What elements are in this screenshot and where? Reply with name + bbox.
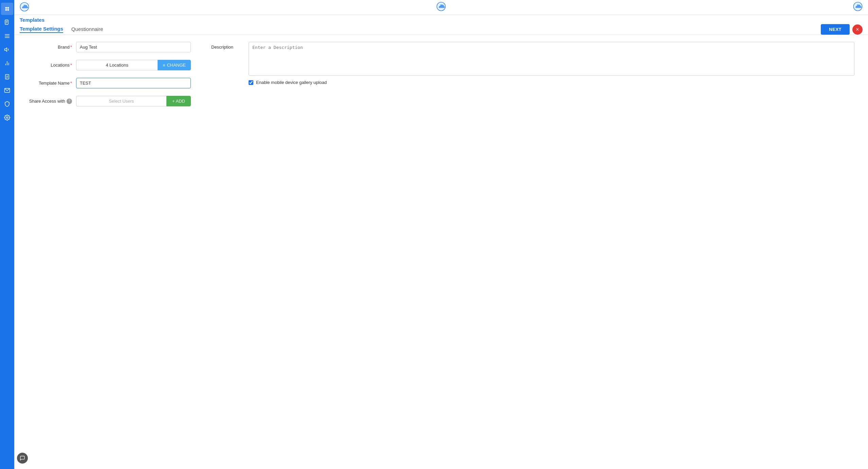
page-title: Templates — [20, 17, 863, 23]
locations-required-star: * — [70, 63, 72, 68]
template-name-control — [76, 78, 191, 88]
share-group: Select Users + ADD — [76, 96, 191, 106]
topbar — [14, 0, 868, 15]
description-label: Description — [211, 42, 242, 76]
sidebar-icon-mail[interactable] — [1, 84, 13, 97]
share-access-label: Share Access with ? — [28, 99, 72, 104]
form-left: Brand* Aug Test Locations* 4 Locations — [28, 42, 191, 462]
change-icon: ≡ — [163, 63, 165, 68]
tab-questionnaire[interactable]: Questionnaire — [71, 26, 103, 33]
sidebar-icon-document[interactable] — [1, 16, 13, 29]
sidebar-icon-shield[interactable] — [1, 98, 13, 110]
share-access-control: Select Users + ADD — [76, 96, 191, 106]
add-button[interactable]: + ADD — [166, 96, 191, 106]
svg-point-0 — [5, 7, 7, 8]
svg-point-24 — [440, 4, 442, 6]
change-button[interactable]: ≡ CHANGE — [158, 60, 191, 70]
svg-point-20 — [6, 117, 8, 119]
topbar-logo-center — [436, 2, 446, 13]
locations-label: Locations* — [28, 63, 72, 68]
sidebar-icon-chart[interactable] — [1, 57, 13, 69]
topbar-logo-right — [853, 2, 863, 13]
brand-required-star: * — [70, 45, 72, 50]
enable-gallery-label: Enable mobile device gallery upload — [256, 80, 327, 85]
svg-point-1 — [7, 7, 9, 8]
svg-marker-11 — [5, 48, 7, 52]
share-access-row: Share Access with ? Select Users + ADD — [28, 96, 191, 106]
close-button[interactable]: × — [852, 24, 863, 35]
svg-point-2 — [5, 9, 7, 11]
svg-point-26 — [857, 4, 859, 6]
template-name-row: Template Name* — [28, 78, 191, 88]
brand-label: Brand* — [28, 45, 72, 50]
sidebar-icon-apps[interactable] — [1, 3, 13, 15]
description-textarea[interactable] — [249, 42, 854, 76]
content-area: Brand* Aug Test Locations* 4 Locations — [14, 35, 868, 469]
svg-point-22 — [23, 4, 25, 6]
sidebar-icon-list[interactable] — [1, 30, 13, 42]
chat-bubble[interactable] — [17, 453, 28, 464]
locations-group: 4 Locations ≡ CHANGE — [76, 60, 191, 70]
locations-row: Locations* 4 Locations ≡ CHANGE — [28, 60, 191, 70]
brand-control: Aug Test — [76, 42, 191, 52]
sidebar — [0, 0, 14, 469]
share-access-help-icon[interactable]: ? — [67, 99, 72, 104]
main-content: Templates Template Settings Questionnair… — [14, 0, 868, 469]
brand-select[interactable]: Aug Test — [76, 42, 191, 52]
description-row: Description — [211, 42, 854, 76]
template-name-input[interactable] — [76, 78, 191, 88]
enable-gallery-row: Enable mobile device gallery upload — [249, 80, 854, 85]
tab-template-settings[interactable]: Template Settings — [20, 26, 63, 33]
sidebar-icon-clipboard[interactable] — [1, 71, 13, 83]
topbar-logo-left — [20, 2, 29, 13]
svg-point-3 — [7, 9, 9, 11]
form-right: Description Enable mobile device gallery… — [211, 42, 854, 462]
sidebar-icon-settings[interactable] — [1, 111, 13, 124]
sidebar-icon-megaphone[interactable] — [1, 44, 13, 56]
locations-value: 4 Locations — [76, 60, 158, 70]
template-name-required-star: * — [70, 81, 72, 86]
change-label: CHANGE — [167, 63, 186, 68]
select-users-placeholder[interactable]: Select Users — [76, 96, 166, 106]
locations-control: 4 Locations ≡ CHANGE — [76, 60, 191, 70]
brand-row: Brand* Aug Test — [28, 42, 191, 52]
next-button[interactable]: NEXT — [821, 24, 850, 35]
enable-gallery-checkbox[interactable] — [249, 80, 253, 85]
template-name-label: Template Name* — [28, 81, 72, 86]
